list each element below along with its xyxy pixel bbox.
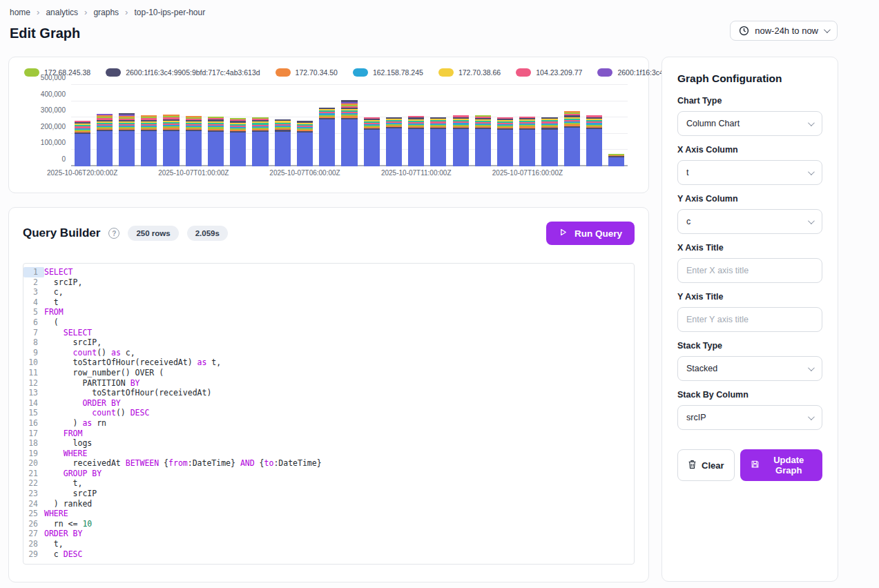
legend-label: 162.158.78.245 bbox=[373, 68, 423, 77]
code-line[interactable]: 29 c DESC bbox=[23, 549, 634, 560]
legend-item[interactable]: 162.158.78.245 bbox=[353, 68, 423, 77]
code-line[interactable]: 13 toStartOfHour(receivedAt) bbox=[23, 388, 634, 398]
code-text: c DESC bbox=[44, 549, 82, 560]
code-line[interactable]: 27ORDER BY bbox=[23, 529, 634, 539]
code-line[interactable]: 18 logs bbox=[23, 438, 634, 449]
time-range-selector[interactable]: now-24h to now bbox=[730, 21, 838, 41]
stacked-bar[interactable] bbox=[275, 119, 291, 166]
stacked-bar[interactable] bbox=[453, 115, 469, 166]
breadcrumb-graphs[interactable]: graphs bbox=[93, 8, 119, 17]
stacked-bar[interactable] bbox=[386, 117, 402, 166]
stacked-bar[interactable] bbox=[230, 118, 246, 166]
stacked-bar[interactable] bbox=[608, 154, 624, 166]
stacked-bar[interactable] bbox=[319, 108, 335, 166]
line-number: 23 bbox=[23, 489, 44, 499]
x-axis-column-select[interactable]: t bbox=[677, 160, 822, 185]
stacked-bar[interactable] bbox=[430, 117, 446, 166]
stacked-bar[interactable] bbox=[186, 116, 202, 166]
code-line[interactable]: 14 ORDER BY bbox=[23, 398, 634, 409]
bar-segment-base bbox=[430, 129, 446, 166]
code-line[interactable]: 16 ) as rn bbox=[23, 418, 634, 429]
stacked-bar[interactable] bbox=[163, 115, 179, 166]
stack-by-column-value: srcIP bbox=[686, 413, 706, 422]
y-axis-title-input[interactable] bbox=[686, 315, 813, 324]
stack-by-column-select[interactable]: srcIP bbox=[677, 405, 822, 430]
code-line[interactable]: 7 SELECT bbox=[23, 328, 634, 338]
legend-item[interactable]: 104.23.209.77 bbox=[516, 68, 582, 77]
stacked-bar[interactable] bbox=[519, 117, 535, 166]
code-line[interactable]: 1SELECT bbox=[23, 267, 634, 277]
query-builder-card: Query Builder ? 250 rows 2.059s Run Quer… bbox=[8, 207, 649, 582]
y-axis-tick-label: 200,000 bbox=[41, 122, 71, 130]
bar-slot bbox=[182, 85, 204, 166]
code-line[interactable]: 25WHERE bbox=[23, 509, 634, 519]
clear-label: Clear bbox=[702, 460, 724, 471]
chart-plot: 0100,000200,000300,000400,000500,000 bbox=[71, 85, 628, 166]
stacked-bar[interactable] bbox=[141, 115, 157, 166]
breadcrumb-home[interactable]: home bbox=[10, 8, 30, 17]
code-line[interactable]: 9 count() as c, bbox=[23, 348, 634, 358]
legend-item[interactable]: 172.70.34.50 bbox=[276, 68, 338, 77]
code-line[interactable]: 26 rn <= 10 bbox=[23, 519, 634, 529]
bar-segment-base bbox=[564, 128, 580, 166]
code-line[interactable]: 28 t, bbox=[23, 539, 634, 549]
code-line[interactable]: 4 t bbox=[23, 297, 634, 308]
sql-editor[interactable]: 1SELECT2 srcIP,3 c,4 t5FROM6 (7 SELECT8 … bbox=[23, 263, 635, 565]
clear-button[interactable]: Clear bbox=[677, 449, 735, 481]
code-line[interactable]: 24 ) ranked bbox=[23, 499, 634, 509]
stacked-bar[interactable] bbox=[564, 111, 580, 166]
x-axis-title-field[interactable] bbox=[677, 258, 822, 283]
code-line[interactable]: 22 t, bbox=[23, 478, 634, 489]
stack-type-select[interactable]: Stacked bbox=[677, 356, 822, 381]
code-text: srcIP, bbox=[44, 337, 102, 348]
run-query-button[interactable]: Run Query bbox=[546, 222, 635, 245]
code-line[interactable]: 8 srcIP, bbox=[23, 337, 634, 348]
code-line[interactable]: 17 FROM bbox=[23, 429, 634, 439]
stacked-bar[interactable] bbox=[475, 115, 491, 166]
breadcrumb-analytics[interactable]: analytics bbox=[46, 8, 78, 17]
stack-by-column-label: Stack By Column bbox=[677, 390, 822, 400]
code-line[interactable]: 6 ( bbox=[23, 317, 634, 328]
time-range-label: now-24h to now bbox=[755, 26, 818, 36]
code-line[interactable]: 21 GROUP BY bbox=[23, 469, 634, 479]
code-line[interactable]: 19 WHERE bbox=[23, 449, 634, 459]
legend-item[interactable]: 172.70.38.66 bbox=[438, 68, 501, 77]
line-number: 27 bbox=[23, 529, 44, 539]
stacked-bar[interactable] bbox=[252, 117, 268, 166]
stacked-bar[interactable] bbox=[408, 116, 424, 166]
stacked-bar[interactable] bbox=[364, 117, 380, 166]
bar-segment-base bbox=[75, 134, 90, 166]
code-line[interactable]: 3 c, bbox=[23, 287, 634, 297]
y-axis-title-field[interactable] bbox=[677, 307, 822, 332]
code-line[interactable]: 15 count() DESC bbox=[23, 408, 634, 418]
stacked-bar[interactable] bbox=[97, 114, 113, 166]
page-header: home › analytics › graphs › top-10-ips-p… bbox=[0, 0, 879, 41]
stacked-bar[interactable] bbox=[541, 117, 557, 166]
stacked-bar[interactable] bbox=[75, 121, 90, 166]
code-line[interactable]: 2 srcIP, bbox=[23, 277, 634, 288]
stacked-bar[interactable] bbox=[208, 117, 224, 166]
stacked-bar[interactable] bbox=[586, 115, 602, 166]
line-number: 24 bbox=[23, 499, 44, 509]
code-line[interactable]: 11 row_number() OVER ( bbox=[23, 368, 634, 378]
stacked-bar[interactable] bbox=[119, 113, 135, 166]
stacked-bar[interactable] bbox=[297, 121, 313, 166]
code-line[interactable]: 10 toStartOfHour(receivedAt) as t, bbox=[23, 357, 634, 368]
code-line[interactable]: 23 srcIP bbox=[23, 489, 634, 499]
chart-type-select[interactable]: Column Chart bbox=[677, 111, 822, 136]
code-line[interactable]: 20 receivedAt BETWEEN {from:DateTime} AN… bbox=[23, 458, 634, 469]
bar-segment-base bbox=[586, 129, 602, 166]
legend-swatch-icon bbox=[597, 68, 612, 77]
y-axis-column-select[interactable]: c bbox=[677, 209, 822, 234]
help-icon[interactable]: ? bbox=[108, 228, 119, 239]
stacked-bar[interactable] bbox=[497, 117, 513, 167]
stacked-bar[interactable] bbox=[341, 100, 357, 166]
code-text: FROM bbox=[44, 307, 64, 317]
code-line[interactable]: 12 PARTITION BY bbox=[23, 378, 634, 389]
breadcrumb-current-graph[interactable]: top-10-ips-per-hour bbox=[134, 8, 205, 17]
code-line[interactable]: 5FROM bbox=[23, 307, 634, 317]
update-graph-button[interactable]: Update Graph bbox=[740, 449, 822, 481]
x-axis-title-input[interactable] bbox=[686, 266, 813, 275]
code-text: toStartOfHour(receivedAt) bbox=[44, 388, 211, 398]
legend-item[interactable]: 2600:1f16:3c4:9905:9bfd:717c:4ab3:613d bbox=[106, 68, 260, 77]
